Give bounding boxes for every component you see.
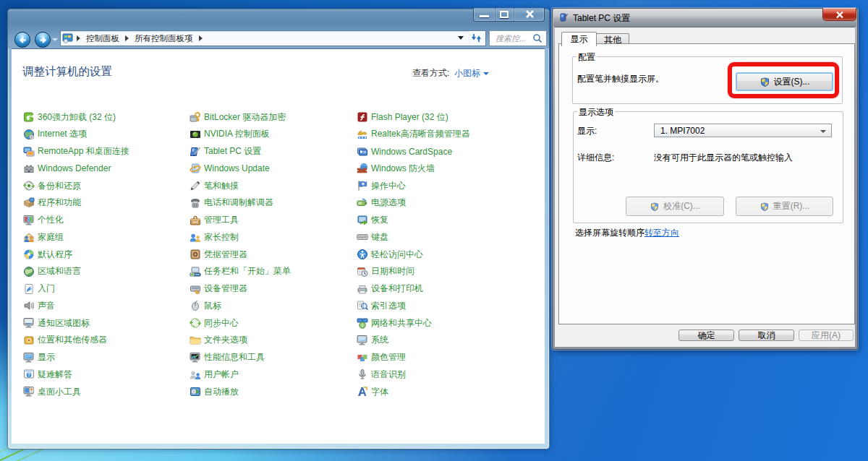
svg-text:?: ?: [27, 373, 30, 378]
